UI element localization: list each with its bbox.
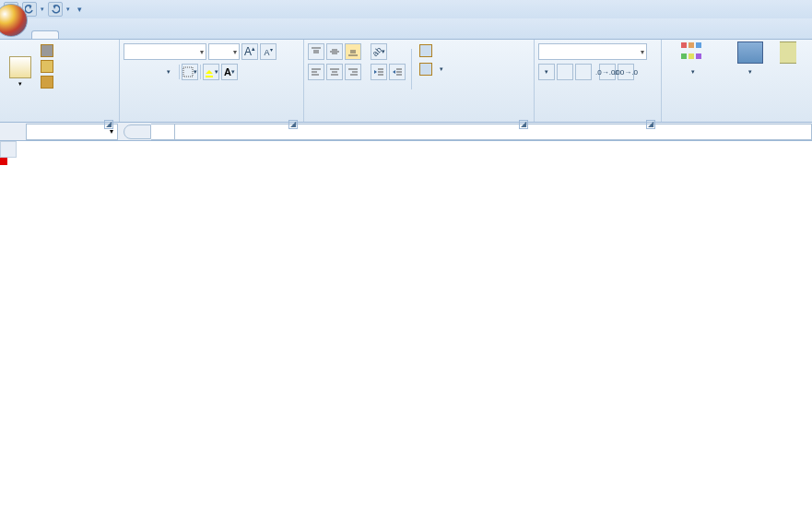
group-label-font: ◢ (124, 119, 300, 122)
align-center-button[interactable] (326, 64, 343, 80)
decrease-decimal-button[interactable]: .00→.0 (618, 64, 634, 80)
cut-button[interactable] (39, 43, 59, 58)
decrease-indent-icon (373, 66, 384, 77)
format-painter-icon (41, 76, 53, 89)
undo-icon (25, 5, 34, 14)
formula-area (124, 124, 812, 140)
font-color-icon: A (224, 66, 231, 77)
svg-rect-3 (206, 76, 213, 77)
fill-color-icon (204, 66, 215, 77)
increase-indent-button[interactable] (389, 64, 406, 80)
group-alignment: ab▾ ▾ (304, 40, 535, 122)
chevron-down-icon: ▾ (200, 48, 204, 56)
redo-dropdown[interactable]: ▾ (66, 6, 70, 13)
chevron-down-icon: ▾ (233, 48, 237, 56)
borders-button[interactable]: ▾ (182, 64, 198, 80)
underline-button[interactable]: ▾ (160, 64, 177, 80)
percent-button[interactable] (557, 64, 573, 80)
formula-bar: ▾ (0, 123, 812, 141)
redo-button[interactable] (48, 2, 63, 17)
office-button[interactable] (0, 4, 28, 37)
tab-home[interactable] (31, 30, 59, 39)
svg-rect-2 (183, 67, 193, 77)
grow-font-button[interactable]: A▴ (241, 43, 258, 60)
font-size-combo[interactable]: ▾ (208, 43, 240, 60)
chevron-down-icon: ▾ (748, 68, 752, 75)
group-styles: ▾ ▾ (662, 40, 809, 122)
group-label-clipboard: ◢ (4, 119, 115, 122)
chevron-down-icon: ▾ (691, 68, 695, 75)
align-bottom-button[interactable] (345, 43, 361, 60)
decrease-indent-button[interactable] (371, 64, 387, 80)
number-dialog-launcher[interactable]: ◢ (646, 120, 655, 129)
copy-icon (41, 60, 53, 73)
paste-icon (9, 56, 31, 78)
comma-button[interactable] (575, 64, 592, 80)
align-top-icon (311, 46, 322, 57)
grow-font-icon: A▴ (244, 45, 255, 58)
group-label-styles (665, 119, 806, 122)
align-right-icon (347, 66, 359, 77)
tab-view[interactable] (197, 30, 225, 39)
group-clipboard: ▾ ◢ (0, 40, 120, 122)
copy-button[interactable] (39, 59, 59, 74)
merge-center-button[interactable]: ▾ (418, 62, 445, 77)
format-as-table-icon (737, 41, 763, 64)
conditional-formatting-button[interactable]: ▾ (665, 41, 721, 102)
align-right-button[interactable] (345, 64, 361, 80)
cell-styles-icon (780, 41, 796, 64)
format-painter-button[interactable] (39, 75, 59, 89)
chevron-down-icon: ▾ (231, 68, 235, 76)
align-bottom-icon (347, 46, 359, 57)
wrap-text-button[interactable] (418, 43, 445, 58)
redo-icon (51, 5, 60, 14)
tab-page-layout[interactable] (87, 30, 114, 39)
cut-icon (41, 44, 53, 57)
align-left-icon (311, 66, 322, 77)
title-bar: ▾ ▾ ▾ (0, 0, 812, 18)
clipboard-dialog-launcher[interactable]: ◢ (104, 120, 113, 129)
qat-customize[interactable]: ▾ (77, 5, 82, 14)
italic-button[interactable] (142, 64, 159, 80)
number-format-combo[interactable]: ▾ (538, 43, 647, 60)
formula-input[interactable] (175, 124, 812, 140)
font-color-button[interactable]: A ▾ (221, 64, 238, 80)
format-as-table-button[interactable]: ▾ (723, 41, 778, 102)
fill-color-button[interactable]: ▾ (203, 64, 219, 80)
annotation-highlight (0, 158, 7, 165)
group-font: ▾ ▾ A▴ A▾ ▾ ▾ ▾ (120, 40, 304, 122)
chevron-down-icon: ▾ (545, 68, 548, 76)
cell-styles-button[interactable] (780, 41, 796, 102)
chevron-down-icon: ▾ (440, 65, 443, 73)
formula-cancel-area (124, 124, 151, 139)
ribbon: ▾ ◢ (0, 40, 812, 123)
paste-button[interactable]: ▾ (4, 41, 37, 102)
tab-review[interactable] (170, 30, 197, 39)
shrink-font-button[interactable]: A▾ (260, 43, 277, 60)
align-left-button[interactable] (308, 64, 324, 80)
tab-insert[interactable] (59, 30, 87, 39)
orientation-button[interactable]: ab▾ (371, 43, 387, 60)
insert-function-button[interactable] (151, 124, 175, 140)
chevron-down-icon: ▾ (641, 48, 644, 56)
tab-formulas[interactable] (114, 30, 142, 39)
group-label-number: ◢ (538, 119, 657, 122)
increase-indent-icon (392, 66, 403, 77)
ribbon-tabs (31, 30, 225, 39)
decrease-decimal-icon: .00→.0 (614, 68, 638, 77)
align-top-button[interactable] (308, 43, 324, 60)
borders-icon (182, 66, 194, 77)
align-middle-button[interactable] (326, 43, 343, 60)
column-headers (0, 141, 812, 158)
select-all-button[interactable] (0, 141, 17, 158)
tab-data[interactable] (142, 30, 170, 39)
alignment-dialog-launcher[interactable]: ◢ (519, 120, 528, 129)
merge-center-icon (419, 63, 432, 76)
font-name-combo[interactable]: ▾ (124, 43, 206, 60)
bold-button[interactable] (124, 64, 140, 80)
align-middle-icon (329, 46, 340, 57)
currency-button[interactable]: ▾ (538, 64, 555, 80)
undo-dropdown[interactable]: ▾ (41, 6, 44, 13)
font-dialog-launcher[interactable]: ◢ (288, 120, 298, 129)
group-label-alignment: ◢ (308, 119, 530, 122)
